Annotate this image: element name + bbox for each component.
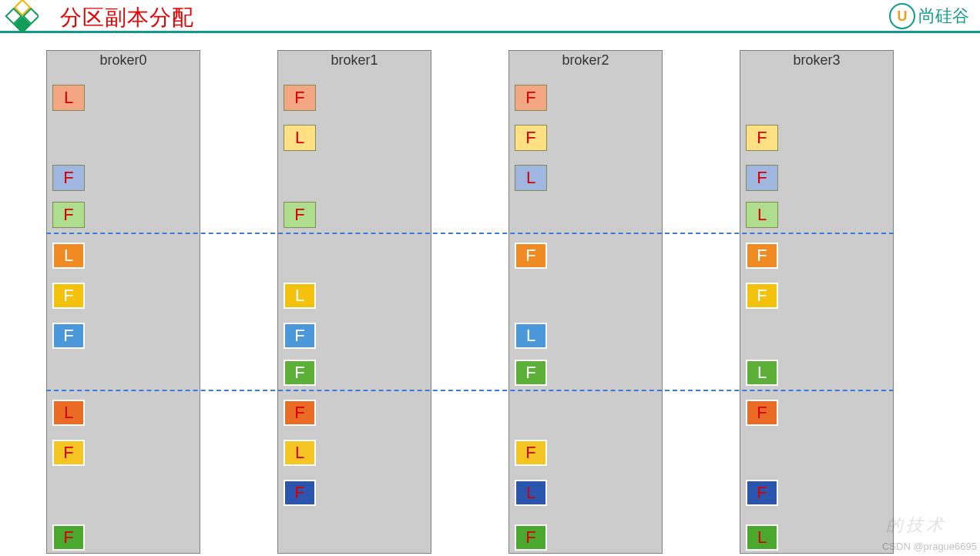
replica-role: F — [525, 88, 535, 108]
replica-role: F — [294, 483, 304, 503]
header: 分区副本分配 U 尚硅谷 — [0, 0, 980, 33]
replica-tile: F — [284, 323, 316, 349]
replica-role: L — [526, 168, 535, 188]
replica-role: F — [525, 128, 535, 148]
replica-role: F — [63, 443, 73, 463]
replica-tile: L — [52, 243, 85, 269]
replica-role: F — [525, 528, 535, 548]
replica-role: L — [64, 246, 73, 266]
replica-tile: L — [746, 202, 778, 228]
replica-role: F — [63, 205, 73, 225]
replica-tile: L — [284, 440, 316, 466]
brand-badge: U — [889, 3, 915, 29]
replica-role: L — [295, 443, 304, 463]
csdn-watermark: CSDN @prague6695 — [882, 541, 977, 552]
replica-tile: F — [52, 202, 85, 228]
replica-tile: L — [746, 524, 778, 551]
replica-tile: F — [746, 125, 778, 151]
brand-name: 尚硅谷 — [918, 5, 969, 28]
replica-tile: F — [515, 524, 547, 551]
replica-role: F — [525, 363, 535, 383]
replica-tile: F — [52, 165, 85, 191]
replica-tile: F — [515, 360, 547, 386]
replica-role: F — [757, 246, 767, 266]
replica-tile: F — [284, 400, 316, 426]
replica-role: F — [757, 286, 767, 306]
replica-role: F — [294, 403, 304, 423]
replica-role: L — [64, 403, 73, 423]
replica-role: F — [757, 483, 767, 503]
logo-icon — [0, 0, 39, 33]
replica-tile: L — [515, 323, 547, 349]
replica-tile: F — [746, 243, 778, 269]
replica-role: L — [526, 326, 535, 346]
broker-label: broker2 — [509, 52, 662, 69]
replica-role: F — [757, 403, 767, 423]
replica-role: L — [526, 483, 535, 503]
replica-tile: F — [52, 524, 85, 551]
broker-label: broker1 — [278, 52, 431, 69]
replica-role: F — [63, 286, 73, 306]
replica-tile: F — [515, 243, 547, 269]
replica-role: L — [295, 128, 304, 148]
replica-tile: F — [284, 85, 316, 111]
replica-tile: L — [284, 125, 316, 151]
replica-role: F — [63, 168, 73, 188]
replica-tile: L — [52, 85, 85, 111]
replica-tile: F — [746, 165, 778, 191]
replica-role: F — [294, 88, 304, 108]
replica-tile: L — [52, 400, 85, 426]
replica-role: F — [294, 326, 304, 346]
broker-label: broker0 — [47, 52, 200, 69]
replica-role: L — [757, 205, 767, 225]
replica-role: F — [757, 128, 767, 148]
replica-tile: F — [515, 125, 547, 151]
replica-tile: F — [52, 440, 85, 466]
replica-role: F — [757, 168, 767, 188]
replica-tile: F — [284, 360, 316, 386]
page-title: 分区副本分配 — [60, 3, 194, 32]
broker-label: broker3 — [740, 52, 893, 69]
replica-tile: F — [746, 400, 778, 426]
replica-role: F — [294, 205, 304, 225]
replica-role: L — [64, 88, 73, 108]
replica-tile: L — [515, 480, 547, 506]
replica-tile: F — [746, 283, 778, 309]
replica-tile: L — [746, 360, 778, 386]
replica-role: L — [757, 363, 767, 383]
replica-role: F — [294, 363, 304, 383]
replica-role: L — [295, 286, 304, 306]
replica-tile: F — [284, 202, 316, 228]
replica-role: F — [63, 528, 73, 548]
faint-watermark: 的技术 — [886, 514, 946, 537]
replica-tile: F — [746, 480, 778, 506]
replica-tile: F — [52, 323, 85, 349]
brand-logo: U 尚硅谷 — [889, 2, 969, 30]
replica-tile: F — [515, 85, 547, 111]
replica-tile: L — [515, 165, 547, 191]
replica-tile: L — [284, 283, 316, 309]
replica-tile: F — [284, 480, 316, 506]
replica-tile: F — [52, 283, 85, 309]
diagram-stage: broker0 broker1 broker2 broker3 LFFLFFFL… — [0, 33, 980, 554]
replica-role: F — [525, 246, 535, 266]
replica-role: L — [757, 528, 767, 548]
replica-tile: F — [515, 440, 547, 466]
replica-role: F — [63, 326, 73, 346]
replica-role: F — [525, 443, 535, 463]
